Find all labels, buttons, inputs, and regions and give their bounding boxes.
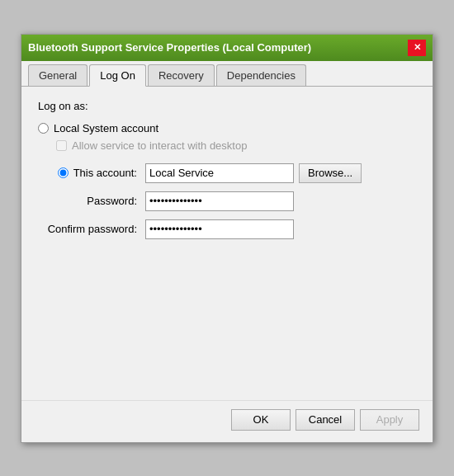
confirm-password-row: Confirm password: bbox=[38, 219, 416, 239]
close-button[interactable]: ✕ bbox=[408, 40, 426, 56]
tab-dependencies[interactable]: Dependencies bbox=[216, 64, 306, 86]
local-system-radio-row: Local System account bbox=[38, 122, 416, 134]
password-input[interactable] bbox=[145, 191, 294, 211]
confirm-password-label: Confirm password: bbox=[38, 223, 145, 235]
this-account-row: This account: Browse... bbox=[38, 163, 416, 183]
this-account-label[interactable]: This account: bbox=[73, 167, 137, 179]
browse-button[interactable]: Browse... bbox=[299, 163, 362, 183]
footer: OK Cancel Apply bbox=[21, 400, 433, 442]
cancel-button[interactable]: Cancel bbox=[296, 409, 355, 431]
main-window: Bluetooth Support Service Properties (Lo… bbox=[21, 34, 433, 443]
title-bar: Bluetooth Support Service Properties (Lo… bbox=[21, 35, 433, 61]
interact-desktop-checkbox[interactable] bbox=[56, 140, 67, 151]
confirm-password-input[interactable] bbox=[145, 219, 294, 239]
title-bar-buttons: ✕ bbox=[408, 40, 426, 56]
tab-general[interactable]: General bbox=[28, 64, 87, 86]
this-account-input[interactable] bbox=[145, 163, 294, 183]
local-system-radio[interactable] bbox=[38, 123, 49, 134]
tab-logon[interactable]: Log On bbox=[89, 64, 146, 87]
window-title: Bluetooth Support Service Properties (Lo… bbox=[28, 41, 311, 54]
tab-recovery[interactable]: Recovery bbox=[148, 64, 215, 86]
interact-desktop-label: Allow service to interact with desktop bbox=[72, 139, 247, 152]
password-row: Password: bbox=[38, 191, 416, 211]
this-account-radio[interactable] bbox=[58, 167, 69, 178]
tab-content: Log on as: Local System account Allow se… bbox=[21, 87, 433, 400]
password-label: Password: bbox=[38, 195, 145, 207]
apply-button[interactable]: Apply bbox=[360, 409, 419, 431]
ok-button[interactable]: OK bbox=[231, 409, 291, 431]
this-account-input-group: Browse... bbox=[145, 163, 416, 183]
interact-checkbox-row: Allow service to interact with desktop bbox=[56, 139, 416, 152]
local-system-label[interactable]: Local System account bbox=[54, 122, 158, 134]
tab-bar: General Log On Recovery Dependencies bbox=[21, 61, 433, 87]
log-on-section-label: Log on as: bbox=[38, 100, 416, 112]
